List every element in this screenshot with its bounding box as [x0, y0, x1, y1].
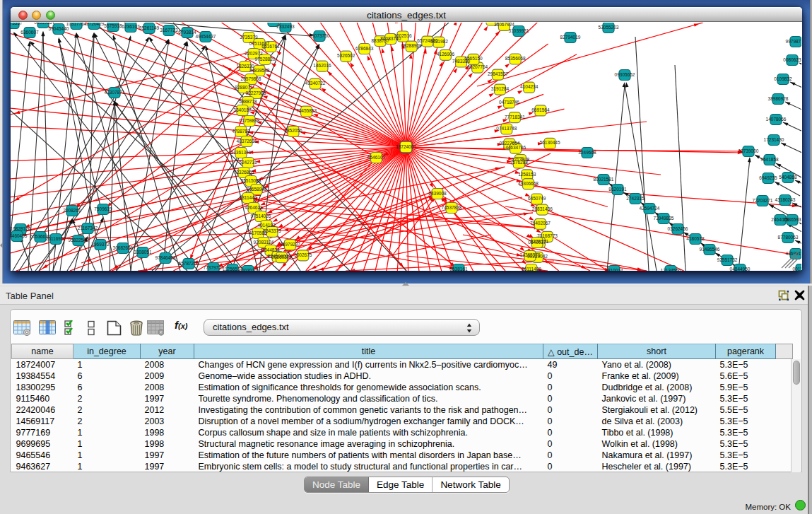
svg-text:3735379: 3735379 — [240, 35, 258, 40]
svg-text:72203271: 72203271 — [753, 198, 773, 203]
svg-text:68288909: 68288909 — [401, 43, 422, 48]
svg-text:41307871: 41307871 — [105, 90, 125, 95]
svg-text:2332493: 2332493 — [276, 24, 295, 29]
svg-text:77718341: 77718341 — [505, 115, 525, 119]
svg-text:28831436: 28831436 — [532, 206, 553, 211]
svg-text:9541858: 9541858 — [760, 157, 779, 162]
svg-text:16438831: 16438831 — [264, 23, 284, 23]
svg-text:6546107: 6546107 — [367, 155, 386, 160]
svg-text:95822542: 95822542 — [69, 238, 89, 243]
svg-text:14365370: 14365370 — [520, 252, 541, 257]
svg-text:35515058: 35515058 — [241, 178, 261, 183]
svg-text:4264628: 4264628 — [245, 205, 263, 210]
svg-text:49340722: 49340722 — [305, 81, 326, 86]
svg-text:6793814: 6793814 — [178, 30, 196, 35]
svg-text:4014193: 4014193 — [257, 223, 276, 228]
svg-text:30682651: 30682651 — [113, 245, 134, 250]
svg-text:5575918: 5575918 — [104, 23, 122, 28]
svg-text:49306668: 49306668 — [518, 181, 539, 186]
svg-text:92083124: 92083124 — [254, 240, 274, 245]
svg-text:4352056: 4352056 — [284, 128, 302, 133]
svg-text:18724007: 18724007 — [396, 144, 416, 149]
svg-text:2742315: 2742315 — [626, 196, 645, 201]
svg-text:29841537: 29841537 — [488, 71, 508, 76]
svg-text:97846493: 97846493 — [155, 255, 176, 260]
svg-text:41979237: 41979237 — [280, 242, 300, 247]
svg-text:6786843: 6786843 — [355, 46, 374, 51]
svg-text:1311440: 1311440 — [240, 195, 257, 200]
svg-text:3310014: 3310014 — [605, 268, 623, 271]
svg-text:44634786: 44634786 — [505, 145, 526, 150]
svg-text:8620191: 8620191 — [608, 187, 627, 192]
svg-text:5326502: 5326502 — [337, 53, 355, 58]
svg-text:2008261: 2008261 — [63, 208, 81, 213]
svg-text:1258153: 1258153 — [518, 172, 536, 177]
svg-text:4126906: 4126906 — [437, 52, 455, 57]
svg-text:73949835: 73949835 — [654, 216, 674, 221]
svg-text:85261149: 85261149 — [139, 25, 160, 30]
svg-text:86111489: 86111489 — [522, 267, 541, 271]
svg-text:09260309: 09260309 — [271, 255, 292, 259]
svg-text:0431955: 0431955 — [34, 23, 52, 25]
svg-text:21167342: 21167342 — [78, 226, 98, 230]
svg-text:6516761: 6516761 — [261, 44, 280, 49]
svg-text:72720429: 72720429 — [84, 23, 105, 26]
svg-text:43699192: 43699192 — [786, 251, 801, 256]
svg-text:34839548: 34839548 — [249, 68, 270, 73]
svg-text:6002675: 6002675 — [294, 252, 312, 257]
svg-text:5404868: 5404868 — [779, 175, 797, 180]
svg-text:3308051: 3308051 — [134, 250, 152, 255]
svg-text:7576283: 7576283 — [510, 160, 529, 165]
svg-text:70168773: 70168773 — [537, 233, 558, 238]
svg-text:0011925: 0011925 — [793, 267, 801, 271]
svg-text:7343373: 7343373 — [263, 228, 281, 233]
svg-text:43180243: 43180243 — [775, 197, 796, 202]
svg-text:6360607: 6360607 — [20, 30, 39, 35]
svg-text:91486546: 91486546 — [700, 247, 720, 252]
svg-text:03262456: 03262456 — [668, 226, 688, 231]
svg-text:6565150: 6565150 — [464, 56, 483, 61]
svg-text:3191284: 3191284 — [491, 86, 510, 91]
svg-text:72326865: 72326865 — [234, 170, 254, 175]
svg-text:5242731: 5242731 — [239, 160, 257, 165]
svg-text:51361341: 51361341 — [231, 150, 252, 155]
svg-text:77379727: 77379727 — [204, 265, 224, 270]
svg-text:20579868: 20579868 — [241, 76, 261, 81]
svg-text:31067924: 31067924 — [494, 23, 514, 27]
svg-text:74537838: 74537838 — [442, 205, 462, 210]
svg-text:0080623: 0080623 — [783, 57, 801, 62]
svg-text:17231430: 17231430 — [764, 137, 784, 142]
svg-text:0002010: 0002010 — [239, 268, 257, 271]
svg-text:42594724: 42594724 — [640, 206, 660, 211]
svg-text:12134556: 12134556 — [661, 268, 681, 271]
svg-text:07413748: 07413748 — [496, 126, 517, 131]
svg-text:4180578: 4180578 — [686, 236, 705, 241]
svg-text:6236107: 6236107 — [122, 24, 140, 29]
svg-text:5888718: 5888718 — [239, 99, 257, 104]
svg-text:82794019: 82794019 — [560, 35, 581, 40]
svg-text:99798732: 99798732 — [786, 39, 801, 44]
svg-text:14078066: 14078066 — [766, 117, 787, 122]
svg-text:1462016: 1462016 — [313, 63, 331, 68]
svg-text:87780063: 87780063 — [778, 235, 799, 240]
svg-text:38986928: 38986928 — [768, 96, 789, 101]
svg-text:3167723: 3167723 — [160, 28, 178, 33]
svg-text:70455853: 70455853 — [296, 108, 317, 113]
svg-text:56130445: 56130445 — [540, 140, 560, 145]
svg-text:53055203: 53055203 — [599, 25, 619, 30]
svg-text:5873557: 5873557 — [11, 23, 23, 25]
svg-text:02227918: 02227918 — [246, 90, 266, 95]
svg-text:49454437: 49454437 — [196, 34, 216, 39]
svg-text:60207764: 60207764 — [467, 64, 488, 69]
svg-text:9538161: 9538161 — [449, 267, 468, 271]
svg-text:59045440: 59045440 — [49, 26, 69, 31]
svg-text:80083740: 80083740 — [380, 36, 401, 41]
svg-text:0640037: 0640037 — [528, 240, 546, 245]
svg-text:97528820: 97528820 — [255, 57, 276, 62]
svg-text:09305652: 09305652 — [615, 72, 635, 77]
svg-text:92551732: 92551732 — [717, 257, 738, 262]
svg-text:01759898: 01759898 — [240, 118, 260, 123]
svg-text:2536593: 2536593 — [783, 217, 801, 222]
svg-text:3340187: 3340187 — [233, 107, 252, 112]
svg-text:2344834: 2344834 — [261, 247, 280, 252]
